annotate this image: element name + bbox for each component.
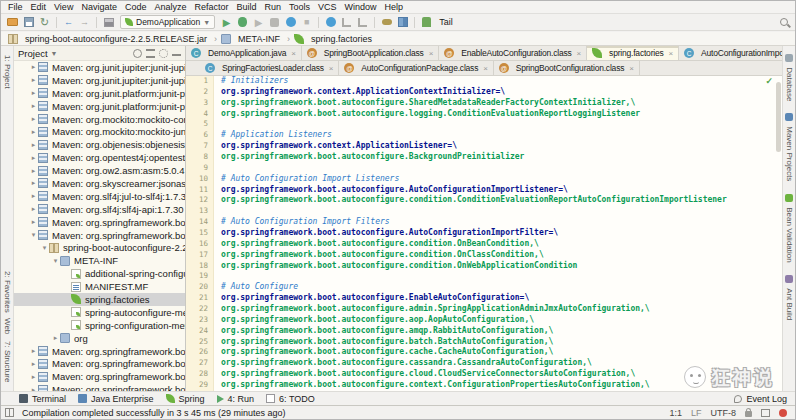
editor-tab[interactable]: SpringFactoriesLoader.class × xyxy=(200,61,339,75)
line-ending-indicator[interactable]: LF xyxy=(691,408,702,418)
chevron-down-icon[interactable]: ▼ xyxy=(51,50,58,57)
tool-window-button[interactable]: Web xyxy=(3,318,12,334)
menu-item[interactable]: Edit xyxy=(27,2,51,12)
close-icon[interactable]: × xyxy=(669,49,673,58)
tree-expand-icon[interactable]: ▸ xyxy=(29,76,38,84)
menu-item[interactable]: Navigate xyxy=(77,2,121,12)
tree-expand-icon[interactable]: ▸ xyxy=(29,128,38,136)
lock-icon[interactable] xyxy=(745,411,752,417)
tree-item[interactable]: ▾ Maven: org.springframework.boot:spring xyxy=(14,229,185,242)
back-icon[interactable]: ← xyxy=(61,15,76,29)
collapse-all-icon[interactable] xyxy=(146,49,155,58)
menu-item[interactable]: Build xyxy=(232,2,260,12)
profiler-icon[interactable] xyxy=(267,15,282,29)
code-line[interactable]: 20 # Auto Configure xyxy=(186,282,782,293)
close-icon[interactable]: × xyxy=(629,64,633,73)
editor-tab[interactable]: SpringBootConfiguration.class × xyxy=(494,61,640,75)
tree-item[interactable]: ▸ org xyxy=(14,332,185,345)
code-line[interactable]: 23 org.springframework.boot.autoconfigur… xyxy=(186,315,782,326)
tool-window-button[interactable]: 7: Structure xyxy=(3,341,12,382)
gear-icon[interactable] xyxy=(159,49,168,58)
vcs-commit-icon[interactable] xyxy=(355,15,370,29)
tree-expand-icon[interactable]: ▸ xyxy=(29,63,38,71)
forward-icon[interactable]: → xyxy=(77,15,92,29)
editor-tab[interactable]: EnableAutoConfiguration.class × xyxy=(439,46,587,60)
debug-icon[interactable] xyxy=(235,15,250,29)
inspection-ok-icon[interactable]: ✓ xyxy=(765,76,773,86)
run-config-select[interactable]: DemoApplication ▼ xyxy=(120,15,215,29)
tool-window-button[interactable]: Database xyxy=(785,54,794,101)
breadcrumb-item[interactable]: spring.factories xyxy=(292,34,374,44)
tree-expand-icon[interactable]: ▸ xyxy=(29,179,38,187)
code-line[interactable]: 12 org.springframework.boot.autoconfigur… xyxy=(186,195,782,206)
sync-icon[interactable]: ↻ xyxy=(37,15,52,29)
tree-expand-icon[interactable]: ▸ xyxy=(51,334,60,342)
code-line[interactable]: 5 xyxy=(186,119,782,130)
close-icon[interactable]: × xyxy=(329,64,333,73)
code-line[interactable]: 9 xyxy=(186,163,782,174)
hide-panel-icon[interactable] xyxy=(172,50,181,56)
code-line[interactable]: 18 org.springframework.boot.autoconfigur… xyxy=(186,261,782,272)
tree-item[interactable]: ▸ Maven: org.springframework.boot:spring xyxy=(14,216,185,229)
event-log-button[interactable]: Event Log xyxy=(734,394,787,404)
code-line[interactable]: 24 org.springframework.boot.autoconfigur… xyxy=(186,326,782,337)
coverage-icon[interactable] xyxy=(283,15,298,29)
tree-item[interactable]: ▸ Maven: org.opentest4j:opentest4j:1.2.0 xyxy=(14,151,185,164)
close-icon[interactable]: × xyxy=(429,49,433,58)
code-line[interactable]: 15 org.springframework.boot.autoconfigur… xyxy=(186,228,782,239)
bottom-tool-button[interactable]: Java Enterprise xyxy=(78,394,154,404)
code-line[interactable]: 13 xyxy=(186,206,782,217)
editor-scrollbar[interactable] xyxy=(776,82,781,152)
caret-position[interactable]: 1:1 xyxy=(669,408,682,418)
bottom-tool-button[interactable]: Terminal xyxy=(19,394,66,404)
open-icon[interactable] xyxy=(5,15,20,29)
tree-expand-icon[interactable]: ▸ xyxy=(29,154,38,162)
stop-icon[interactable]: ■ xyxy=(299,15,314,29)
tree-item[interactable]: ▸ Maven: org.springframework.boot:spring xyxy=(14,370,185,383)
menu-item[interactable]: Help xyxy=(381,2,408,12)
tree-expand-icon[interactable]: ▸ xyxy=(29,102,38,110)
settings-icon[interactable] xyxy=(379,15,394,29)
menu-item[interactable]: Analyze xyxy=(150,2,190,12)
tool-window-button[interactable]: Maven Projects xyxy=(785,113,794,181)
tree-item[interactable]: ▸ Maven: org.ow2.asm:asm:5.0.4 xyxy=(14,164,185,177)
run-coverage-icon[interactable]: ▶ xyxy=(251,15,266,29)
tree-expand-icon[interactable]: ▾ xyxy=(29,231,38,239)
tree-item[interactable]: ▸ Maven: org.slf4j:slf4j-api:1.7.30 xyxy=(14,203,185,216)
project-structure-icon[interactable] xyxy=(395,15,410,29)
editor-tab[interactable]: AutoConfigurationPackage.class × xyxy=(339,61,493,75)
code-line[interactable]: 2 org.springframework.context.Applicatio… xyxy=(186,87,782,98)
code-line[interactable]: 10 # Auto Configuration Import Listeners xyxy=(186,174,782,185)
bottom-tool-button[interactable]: 4: Run xyxy=(217,394,255,404)
editor-tab[interactable]: AutoConfigurationImportSelector.class × xyxy=(679,46,782,60)
tree-item[interactable]: ▸ Maven: org.junit.platform:junit-platfo… xyxy=(14,100,185,113)
plugin-icon[interactable] xyxy=(419,15,434,29)
code-line[interactable]: 25 org.springframework.boot.autoconfigur… xyxy=(186,337,782,348)
menu-item[interactable]: Code xyxy=(121,2,151,12)
encoding-indicator[interactable]: UTF-8 xyxy=(711,408,737,418)
tree-expand-icon[interactable]: ▸ xyxy=(29,115,38,123)
tree-item[interactable]: ▾ META-INF xyxy=(14,254,185,267)
code-line[interactable]: 19 xyxy=(186,271,782,282)
tree-expand-icon[interactable]: ▸ xyxy=(29,89,38,97)
tree-item[interactable]: spring-configuration-metadata xyxy=(14,319,185,332)
tree-item[interactable]: MANIFEST.MF xyxy=(14,280,185,293)
code-line[interactable]: 21 org.springframework.boot.autoconfigur… xyxy=(186,293,782,304)
tail-tool-label[interactable]: Tail xyxy=(439,17,453,27)
tool-window-button[interactable]: Ant Build xyxy=(785,275,794,320)
code-line[interactable]: 11 org.springframework.boot.autoconfigur… xyxy=(186,185,782,196)
build-icon[interactable] xyxy=(101,15,116,29)
menu-item[interactable]: Refactor xyxy=(190,2,232,12)
code-line[interactable]: 4 org.springframework.boot.autoconfigure… xyxy=(186,109,782,120)
code-line[interactable]: 7 org.springframework.context.Applicatio… xyxy=(186,141,782,152)
close-icon[interactable]: × xyxy=(483,64,487,73)
tree-item[interactable]: ▸ Maven: org.junit.jupiter:junit-jupiter… xyxy=(14,61,185,74)
code-line[interactable]: 3 org.springframework.boot.autoconfigure… xyxy=(186,98,782,109)
close-icon[interactable]: × xyxy=(577,49,581,58)
search-icon[interactable] xyxy=(776,15,791,29)
tree-item[interactable]: ▸ Maven: org.skyscreamer:jsonassert:1.5.… xyxy=(14,177,185,190)
editor-tab[interactable]: SpringBootApplication.class × xyxy=(302,46,439,60)
save-icon[interactable] xyxy=(21,15,36,29)
menu-item[interactable]: Run xyxy=(261,2,286,12)
code-line[interactable]: 26 org.springframework.boot.autoconfigur… xyxy=(186,347,782,358)
